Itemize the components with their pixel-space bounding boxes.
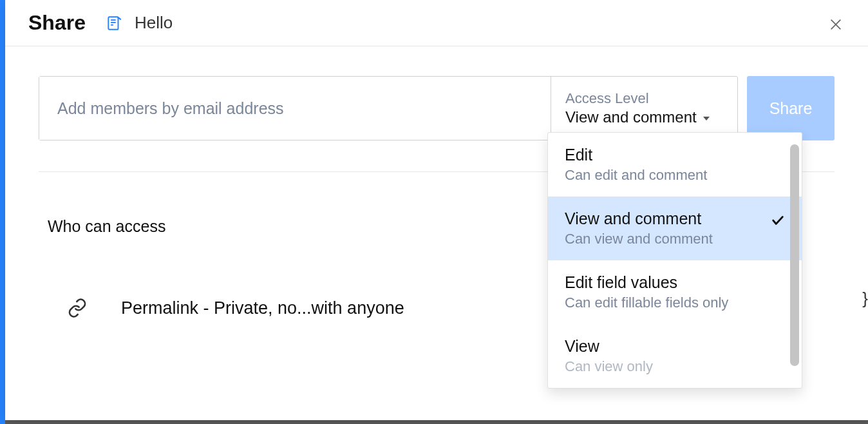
link-icon xyxy=(64,295,90,321)
document-icon xyxy=(105,14,123,32)
dropdown-item-desc: Can edit and comment xyxy=(565,167,785,184)
dropdown-item-desc: Can view only xyxy=(565,358,785,375)
dropdown-scrollbar[interactable] xyxy=(790,144,799,366)
check-icon xyxy=(771,213,785,227)
dropdown-item-view[interactable]: View Can view only xyxy=(548,324,802,388)
accent-strip xyxy=(0,0,5,424)
access-level-value: View and comment xyxy=(565,108,697,126)
dropdown-item-title: View and comment xyxy=(565,209,785,228)
modal-title: Share xyxy=(28,11,86,35)
share-button[interactable]: Share xyxy=(747,76,835,140)
dropdown-item-title: Edit xyxy=(565,146,785,164)
dropdown-item-edit[interactable]: Edit Can edit and comment xyxy=(548,133,802,197)
access-value-row: View and comment xyxy=(565,108,723,126)
access-level-dropdown: Edit Can edit and comment View and comme… xyxy=(547,132,802,389)
share-modal: Share Hello Access Level xyxy=(5,0,868,420)
document-name: Hello xyxy=(135,13,173,33)
permalink-text: Permalink - Private, no...with anyone xyxy=(121,298,404,318)
dropdown-item-desc: Can edit fillable fields only xyxy=(565,294,785,311)
dropdown-item-desc: Can view and comment xyxy=(565,231,785,247)
close-button[interactable] xyxy=(827,15,845,34)
email-input[interactable] xyxy=(39,77,551,140)
access-level-label: Access Level xyxy=(565,90,723,107)
caret-down-icon xyxy=(703,117,710,120)
invite-row: Access Level View and comment Share xyxy=(39,76,835,140)
modal-header: Share Hello xyxy=(5,0,868,46)
invite-box: Access Level View and comment xyxy=(39,76,738,140)
access-level-trigger[interactable]: Access Level View and comment xyxy=(551,77,737,140)
dropdown-item-title: Edit field values xyxy=(565,273,785,292)
svg-rect-0 xyxy=(108,17,118,30)
dropdown-item-edit-fields[interactable]: Edit field values Can edit fillable fiel… xyxy=(548,260,802,324)
dropdown-item-title: View xyxy=(565,337,785,356)
stray-curly-brace: } xyxy=(862,289,868,309)
dropdown-item-view-comment[interactable]: View and comment Can view and comment xyxy=(548,197,802,260)
